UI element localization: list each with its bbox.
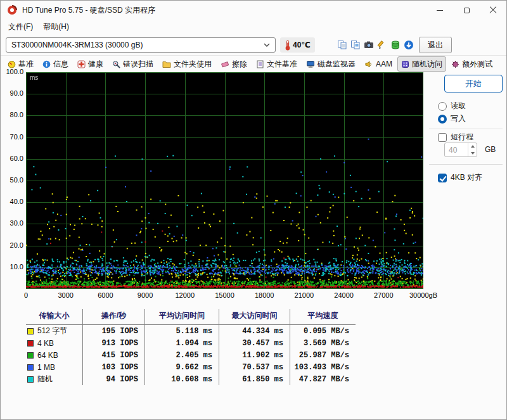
avg-access-value: 2.405 ms (145, 349, 219, 361)
file-benchmark-icon (256, 60, 264, 68)
row-label: 随机 (37, 374, 53, 385)
app-icon (7, 5, 17, 15)
avg-access-value: 1.094 ms (145, 337, 219, 349)
tab-random-access[interactable]: 随机访问 (397, 56, 446, 72)
x-tick-label: 12000 (176, 291, 195, 299)
panel-divider (429, 129, 503, 129)
iops-value: 415 IOPS (83, 349, 145, 361)
health-icon (77, 60, 86, 68)
start-button-label: 开始 (465, 78, 482, 89)
info-icon (42, 60, 51, 68)
folder-icon (162, 60, 171, 68)
exit-button[interactable]: 退出 (419, 37, 452, 53)
short-stroke-checkbox[interactable]: 短行程 (438, 132, 473, 143)
tab-info[interactable]: 信息 (39, 56, 72, 72)
hd-tune-window: HD Tune Pro 5.75 - 硬盘/SSD 实用程序 文件(F) 帮助(… (0, 0, 507, 420)
screenshot-button[interactable] (362, 38, 375, 52)
row-label: 4 KB (37, 339, 54, 348)
tab-aam[interactable]: AAM (361, 56, 396, 72)
panel-divider (429, 164, 503, 165)
exit-button-label: 退出 (428, 40, 443, 51)
tab-file-benchmark[interactable]: 文件基准 (252, 56, 301, 72)
spinner-arrows[interactable] (468, 143, 477, 156)
capacity-unit-label: GB (485, 145, 496, 154)
pencil-button[interactable] (375, 38, 388, 52)
iops-value: 103 IOPS (83, 361, 145, 373)
chevron-down-icon (264, 43, 270, 47)
drive-selector[interactable]: ST30000NM004K-3RM133 (30000 gB) (6, 37, 276, 53)
tab-folder-usage[interactable]: 文件夹使用 (158, 56, 215, 72)
access-time-scatter-chart (26, 72, 423, 289)
y-tick-label: 100.0 (2, 68, 23, 75)
copy-text-button[interactable] (335, 38, 349, 52)
y-tick-label: 50.0 (2, 176, 23, 184)
tab-bar: 基准 信息 健康 错误扫描 文件夹使用 擦除 文件基准 磁盘监视器 (4, 56, 496, 72)
spinner-down-button[interactable] (468, 150, 477, 157)
iops-value: 913 IOPS (83, 337, 145, 349)
tab-error-scan[interactable]: 错误扫描 (108, 56, 157, 72)
disk-monitor-icon (306, 60, 315, 68)
menu-help[interactable]: 帮助(H) (38, 20, 74, 34)
menu-file[interactable]: 文件(F) (3, 20, 38, 34)
copy-image-button[interactable] (349, 38, 362, 52)
capacity-spinner[interactable]: 40 (444, 143, 477, 157)
tab-label: 随机访问 (412, 59, 442, 70)
table-row: 随机 94 IOPS 10.608 ms 61.850 ms 47.827 MB… (26, 373, 356, 385)
read-radio-label: 读取 (451, 101, 466, 111)
table-row: 4 KB 913 IOPS 1.094 ms 30.457 ms 3.569 M… (26, 337, 356, 349)
window-title: HD Tune Pro 5.75 - 硬盘/SSD 实用程序 (22, 5, 155, 16)
avg-speed-value: 3.569 MB/s (290, 337, 356, 349)
tab-erase[interactable]: 擦除 (217, 56, 251, 72)
x-tick-label: 9000 (138, 291, 153, 299)
series-color-swatch (27, 376, 34, 383)
max-access-value: 11.902 ms (219, 349, 290, 361)
start-button[interactable]: 开始 (444, 75, 503, 92)
align-4kb-checkbox[interactable]: 4KB 对齐 (438, 172, 482, 183)
disk-stack-button[interactable] (388, 38, 402, 52)
short-stroke-label: 短行程 (451, 132, 473, 143)
read-radio[interactable]: 读取 (438, 101, 466, 111)
toolbar-icon-buttons (335, 38, 415, 52)
write-radio-label: 写入 (451, 113, 466, 124)
series-color-swatch (27, 328, 34, 334)
column-header: 传输大小 (26, 309, 83, 325)
row-label: 512 字节 (37, 326, 67, 336)
minimize-button[interactable] (427, 1, 453, 20)
spinner-down-icon (471, 152, 475, 155)
close-button[interactable] (480, 1, 506, 20)
title-bar: HD Tune Pro 5.75 - 硬盘/SSD 实用程序 (1, 1, 506, 20)
download-button[interactable] (402, 38, 415, 52)
extra-tests-icon (451, 60, 459, 68)
tab-disk-monitor[interactable]: 磁盘监视器 (302, 56, 359, 72)
menu-bar: 文件(F) 帮助(H) (3, 20, 74, 34)
y-tick-label: 90.0 (2, 89, 23, 97)
row-label: 1 MB (37, 363, 55, 372)
series-color-swatch (27, 364, 34, 371)
y-tick-label: 60.0 (2, 155, 23, 162)
capacity-value: 40 (445, 143, 468, 156)
x-tick-label: 15000 (215, 291, 234, 299)
spinner-up-icon (471, 145, 475, 148)
checkbox-checked-icon (438, 174, 447, 182)
y-tick-label: 40.0 (2, 198, 23, 205)
y-tick-label: 80.0 (2, 111, 23, 118)
tab-label: 健康 (88, 59, 103, 70)
x-tick-label: 3000 (58, 291, 73, 299)
x-tick-label: 0 (24, 291, 28, 299)
column-header: 操作/秒 (83, 309, 145, 325)
maximize-icon (464, 8, 470, 13)
tab-label: 额外测试 (462, 59, 492, 70)
spinner-up-button[interactable] (468, 143, 477, 150)
avg-speed-value: 103.493 MB/s (290, 361, 356, 373)
benchmark-icon (8, 60, 16, 68)
error-scan-icon (112, 60, 120, 68)
maximize-button[interactable] (453, 1, 480, 20)
tab-extra-tests[interactable]: 额外测试 (447, 56, 496, 72)
random-access-icon (401, 60, 409, 68)
tab-health[interactable]: 健康 (74, 56, 107, 72)
align-4kb-label: 4KB 对齐 (451, 172, 482, 183)
tab-label: 文件夹使用 (174, 59, 212, 70)
write-radio[interactable]: 写入 (438, 113, 466, 124)
results-table: 传输大小 操作/秒 平均访问时间 最大访问时间 平均速度 512 字节 195 … (26, 309, 356, 385)
x-tick-label: 27000 (374, 291, 394, 299)
